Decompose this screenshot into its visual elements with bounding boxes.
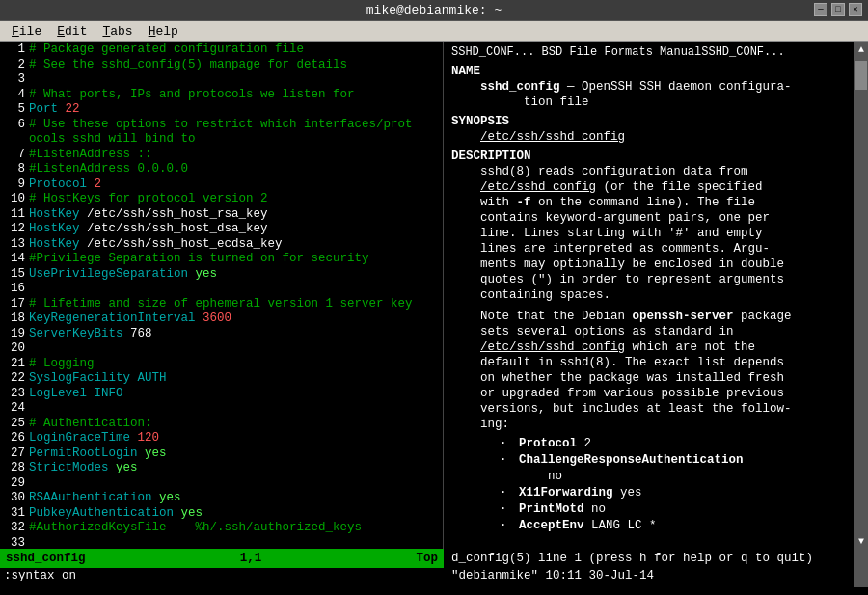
- terminal-info: "debianmike" 10:11 30-Jul-14: [444, 568, 854, 587]
- line-8: 8 #ListenAddress 0.0.0.0: [4, 162, 443, 177]
- editor-pane: 1 # Package generated configuration file…: [0, 42, 444, 549]
- menubar: File Edit Tabs Help: [0, 21, 868, 42]
- man-header: SSHD_CONF... BSD File Formats ManualSSHD…: [451, 44, 847, 60]
- line-9: 9 Protocol 2: [4, 177, 443, 193]
- bullet-4: · PrintMotd no: [500, 501, 847, 518]
- line-5: 5 Port 22: [4, 102, 443, 118]
- line-12: 12 HostKey /etc/ssh/ssh_host_dsa_key: [4, 222, 443, 237]
- editor-mode: Top: [416, 552, 438, 565]
- line-2: 2 # See the sshd_config(5) manpage for d…: [4, 58, 443, 73]
- line-7: 7 #ListenAddress ::: [4, 148, 443, 163]
- main-content: 1 # Package generated configuration file…: [0, 42, 868, 549]
- line-23: 23 LogLevel INFO: [4, 387, 443, 402]
- bullet-3: · X11Forwarding yes: [500, 485, 847, 501]
- menu-file[interactable]: File: [4, 23, 49, 40]
- scrollbar-bottom: [854, 568, 868, 587]
- line-18: 18 KeyRegenerationInterval 3600: [4, 311, 443, 327]
- line-6b: ocols sshd will bind to: [4, 132, 443, 148]
- minimize-button[interactable]: ─: [814, 3, 827, 16]
- menu-edit[interactable]: Edit: [49, 23, 95, 40]
- editor-status-bar: sshd_config 1,1 Top: [0, 549, 444, 568]
- title-text: mike@debianmike: ~: [366, 3, 502, 17]
- line-19: 19 ServerKeyBits 768: [4, 327, 443, 342]
- man-synopsis-section: SYNOPSIS /etc/ssh/sshd_config: [451, 114, 847, 145]
- menu-help[interactable]: Help: [141, 23, 186, 40]
- line-26: 26 LoginGraceTime 120: [4, 431, 443, 446]
- line-28: 28 StrictModes yes: [4, 461, 443, 476]
- man-desc-section: DESCRIPTION sshd(8) reads configuration …: [451, 149, 847, 534]
- titlebar: mike@debianmike: ~ ─ □ ✕: [0, 0, 868, 21]
- scroll-down-arrow[interactable]: ▼: [858, 534, 864, 549]
- line-25: 25 # Authentication:: [4, 417, 443, 432]
- line-21: 21 # Logging: [4, 357, 443, 372]
- bullet-2: · ChallengeResponseAuthentication no: [500, 452, 847, 485]
- maximize-button[interactable]: □: [831, 3, 845, 16]
- line-24: 24: [4, 401, 443, 417]
- line-33: 33: [4, 536, 443, 550]
- line-30: 30 RSAAuthentication yes: [4, 491, 443, 506]
- line-11: 11 HostKey /etc/ssh/ssh_host_rsa_key: [4, 207, 443, 223]
- line-14: 14 #Privilege Separation is turned on fo…: [4, 252, 443, 267]
- editor-position: 1,1: [240, 552, 262, 565]
- close-button[interactable]: ✕: [849, 3, 862, 16]
- man-name-section: NAME sshd_config — OpenSSH SSH daemon co…: [451, 64, 847, 110]
- scroll-thumb[interactable]: [855, 61, 867, 90]
- line-10: 10 # HostKeys for protocol version 2: [4, 192, 443, 207]
- line-1: 1 # Package generated configuration file: [4, 42, 443, 58]
- bottom-bar: :syntax on "debianmike" 10:11 30-Jul-14: [0, 568, 868, 587]
- line-13: 13 HostKey /etc/ssh/ssh_host_ecdsa_key: [4, 237, 443, 253]
- bullet-1: · Protocol 2: [500, 436, 847, 452]
- line-3: 3: [4, 72, 443, 88]
- line-6a: 6 # Use these options to restrict which …: [4, 118, 443, 133]
- scrollbar[interactable]: ▲ ▼: [854, 42, 868, 549]
- scrollbar-status: [854, 549, 868, 568]
- editor-filename: sshd_config: [6, 552, 86, 565]
- man-page-pane: SSHD_CONF... BSD File Formats ManualSSHD…: [444, 42, 854, 549]
- vim-command-line: :syntax on: [0, 568, 444, 587]
- line-15: 15 UsePrivilegeSeparation yes: [4, 267, 443, 283]
- line-20: 20: [4, 341, 443, 357]
- man-status-bar: d_config(5) line 1 (press h for help or …: [444, 549, 854, 568]
- line-17: 17 # Lifetime and size of ephemeral vers…: [4, 297, 443, 312]
- line-4: 4 # What ports, IPs and protocols we lis…: [4, 88, 443, 103]
- line-22: 22 SyslogFacility AUTH: [4, 371, 443, 387]
- line-16: 16: [4, 282, 443, 297]
- editor-content: 1 # Package generated configuration file…: [0, 42, 443, 549]
- line-29: 29: [4, 476, 443, 492]
- bullet-5: · AcceptEnv LANG LC *: [500, 518, 847, 534]
- line-31: 31 PubkeyAuthentication yes: [4, 506, 443, 522]
- line-32: 32 #AuthorizedKeysFile %h/.ssh/authorize…: [4, 521, 443, 536]
- line-27: 27 PermitRootLogin yes: [4, 446, 443, 462]
- menu-tabs[interactable]: Tabs: [95, 23, 140, 40]
- scroll-up-arrow[interactable]: ▲: [858, 42, 864, 57]
